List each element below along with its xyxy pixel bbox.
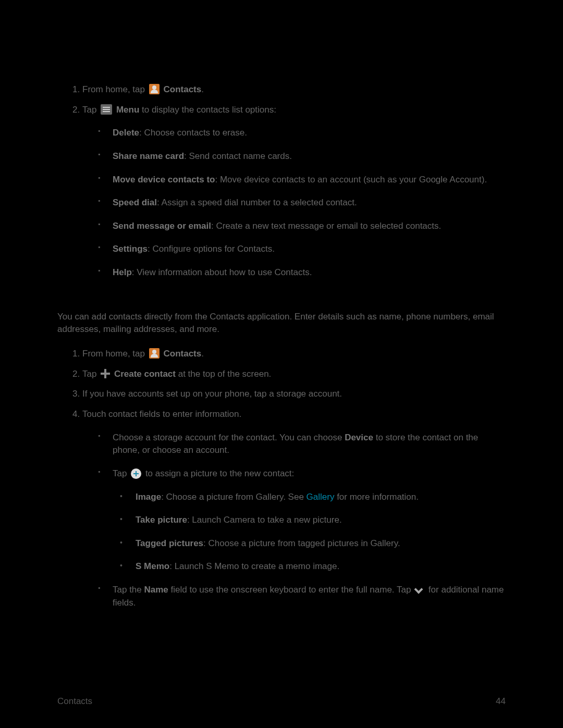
- list-item: Settings: Configure options for Contacts…: [98, 243, 506, 256]
- plus-icon: [100, 368, 111, 379]
- option-s-memo: S Memo: [136, 561, 169, 571]
- label-menu: Menu: [116, 105, 139, 115]
- text: : Launch Camera to take a new picture.: [187, 515, 342, 525]
- list-item: From home, tap Contacts.: [82, 348, 506, 361]
- text: for more information.: [334, 492, 419, 502]
- text: to display the contacts list options:: [139, 105, 276, 115]
- text: field to use the onscreen keyboard to en…: [168, 585, 413, 595]
- contacts-icon: [149, 348, 160, 359]
- text: : Choose a picture from Gallery. See: [161, 492, 306, 502]
- list-item: Move device contacts to: Move device con…: [98, 174, 506, 187]
- option-share-name-card: Share name card: [113, 151, 184, 161]
- label-create-contact: Create contact: [114, 369, 176, 379]
- option-image: Image: [136, 492, 161, 502]
- list-item: Delete: Choose contacts to erase.: [98, 127, 506, 140]
- list-item: Tap Menu to display the contacts list op…: [82, 104, 506, 279]
- text: : View information about how to use Cont…: [132, 267, 312, 277]
- text: at the top of the screen.: [176, 369, 271, 379]
- list-item: Take picture: Launch Camera to take a ne…: [120, 514, 506, 527]
- list-item: Tap the Name field to use the onscreen k…: [98, 584, 506, 609]
- add-photo-icon: [131, 468, 141, 479]
- text: : Create a new text message or email to …: [211, 221, 441, 231]
- list-item: From home, tap Contacts.: [82, 83, 506, 96]
- text: : Send contact name cards.: [184, 151, 292, 161]
- text: to assign a picture to the new contact:: [145, 468, 294, 478]
- text: Choose a storage account for the contact…: [113, 433, 345, 442]
- gallery-link[interactable]: Gallery: [307, 492, 335, 502]
- list-item: Choose a storage account for the contact…: [98, 431, 506, 457]
- page-footer: Contacts 44: [57, 695, 506, 708]
- contacts-icon: [149, 84, 160, 94]
- text: .: [201, 349, 204, 359]
- chevron-down-icon: [414, 585, 425, 594]
- list-item: Share name card: Send contact name cards…: [98, 150, 506, 163]
- document-page: From home, tap Contacts. Tap Menu to dis…: [0, 0, 563, 728]
- text: Tap: [82, 105, 99, 115]
- text: Tap: [113, 468, 127, 478]
- text: Tap: [82, 369, 96, 379]
- option-move-device-contacts: Move device contacts to: [113, 175, 215, 184]
- list-item: Speed dial: Assign a speed dial number t…: [98, 196, 506, 209]
- text: : Configure options for Contacts.: [148, 244, 275, 254]
- option-settings: Settings: [113, 244, 148, 254]
- label-contacts: Contacts: [163, 84, 201, 94]
- menu-icon: [101, 104, 112, 115]
- label-device: Device: [345, 433, 373, 442]
- text: : Move device contacts to an account (su…: [215, 175, 487, 184]
- text: .: [201, 84, 204, 94]
- text: Tap the: [113, 585, 144, 595]
- list-item: Send message or email: Create a new text…: [98, 220, 506, 233]
- instruction-list-2: From home, tap Contacts. Tap Create cont…: [57, 348, 506, 609]
- list-item: S Memo: Launch S Memo to create a memo i…: [120, 560, 506, 573]
- option-speed-dial: Speed dial: [113, 198, 157, 207]
- text: : Choose contacts to erase.: [139, 128, 247, 138]
- label-contacts: Contacts: [163, 349, 201, 359]
- label-name-field: Name: [144, 585, 168, 595]
- text: : Choose a picture from tagged pictures …: [203, 538, 400, 548]
- text: From home, tap: [82, 84, 145, 94]
- contact-fields-list: Choose a storage account for the contact…: [82, 431, 506, 610]
- instruction-list-1: From home, tap Contacts. Tap Menu to dis…: [57, 83, 506, 279]
- list-item: Image: Choose a picture from Gallery. Se…: [120, 491, 506, 504]
- option-help: Help: [113, 267, 132, 277]
- text: From home, tap: [82, 349, 145, 359]
- text: : Assign a speed dial number to a select…: [157, 198, 357, 207]
- list-item: Tagged pictures: Choose a picture from t…: [120, 537, 506, 550]
- add-contact-intro: You can add contacts directly from the C…: [57, 311, 506, 336]
- footer-section: Contacts: [57, 695, 92, 708]
- list-item: Help: View information about how to use …: [98, 266, 506, 279]
- option-delete: Delete: [113, 128, 139, 138]
- list-item: Tap Create contact at the top of the scr…: [82, 368, 506, 381]
- text: Touch contact fields to enter informatio…: [82, 409, 241, 419]
- option-take-picture: Take picture: [136, 515, 187, 525]
- list-item: Touch contact fields to enter informatio…: [82, 408, 506, 609]
- list-item: If you have accounts set up on your phon…: [82, 388, 506, 401]
- option-send-message-email: Send message or email: [113, 221, 211, 231]
- footer-page-number: 44: [496, 695, 506, 708]
- menu-options-list: Delete: Choose contacts to erase. Share …: [82, 127, 506, 279]
- list-item: Tap to assign a picture to the new conta…: [98, 467, 506, 573]
- option-tagged-pictures: Tagged pictures: [136, 538, 203, 548]
- text: : Launch S Memo to create a memo image.: [169, 561, 339, 571]
- picture-options-list: Image: Choose a picture from Gallery. Se…: [113, 491, 506, 574]
